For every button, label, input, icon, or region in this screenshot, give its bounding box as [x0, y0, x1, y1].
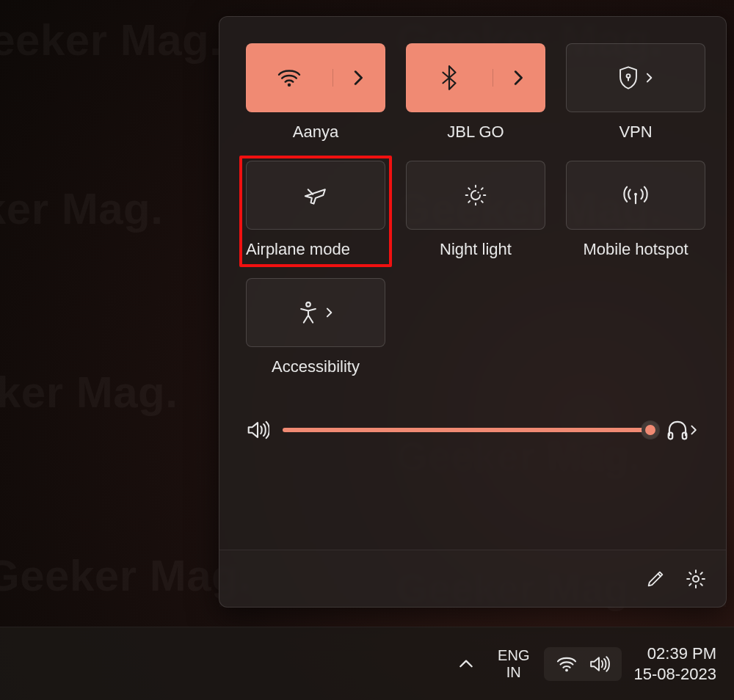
hotspot-label: Mobile hotspot: [583, 240, 688, 259]
quick-settings-panel: Aanya: [219, 16, 727, 608]
taskbar: ENG IN 02:39 PM 15-08-2023: [0, 627, 734, 700]
bluetooth-label: JBL GO: [447, 123, 504, 142]
mobile-hotspot-tile[interactable]: [566, 161, 705, 230]
chevron-right-icon: [689, 423, 700, 437]
svg-point-4: [306, 302, 310, 307]
wifi-expand[interactable]: [333, 69, 385, 87]
chevron-right-icon: [512, 69, 526, 87]
accessibility-label: Accessibility: [272, 357, 360, 376]
svg-rect-5: [669, 433, 673, 440]
chevron-right-icon: [352, 69, 366, 87]
wifi-tile[interactable]: [246, 43, 385, 112]
accessibility-tile[interactable]: [246, 278, 385, 347]
chevron-right-icon: [325, 306, 335, 319]
svg-rect-6: [683, 433, 687, 440]
bluetooth-expand[interactable]: [493, 69, 545, 87]
settings-button[interactable]: [685, 568, 707, 590]
bluetooth-icon: [440, 65, 458, 90]
svg-point-8: [566, 668, 569, 671]
bluetooth-toggle[interactable]: [407, 65, 493, 90]
chevron-up-icon: [458, 658, 474, 670]
edit-button[interactable]: [645, 569, 666, 589]
airplane-mode-tile[interactable]: [246, 161, 385, 230]
language-line1: ENG: [498, 647, 529, 664]
clock-time: 02:39 PM: [633, 644, 716, 664]
shield-lock-icon: [617, 65, 639, 90]
vpn-tile[interactable]: [566, 43, 705, 112]
volume-slider[interactable]: [283, 428, 653, 432]
headphones-icon: [666, 419, 689, 441]
svg-point-2: [477, 192, 479, 193]
wifi-icon: [556, 655, 578, 673]
watermark: Geeker Mag.: [0, 15, 222, 65]
system-tray-button[interactable]: [544, 647, 622, 681]
vpn-label: VPN: [619, 123, 652, 142]
watermark: Geeker Mag.: [0, 367, 178, 418]
hotspot-icon: [622, 184, 650, 206]
watermark: Geeker Mag.: [0, 550, 251, 601]
accessibility-icon: [297, 301, 319, 324]
bluetooth-tile[interactable]: [406, 43, 545, 112]
night-light-tile[interactable]: [406, 161, 545, 230]
svg-point-0: [288, 84, 291, 87]
airplane-label: Airplane mode: [246, 240, 385, 259]
highlight-airplane: Airplane mode: [239, 156, 392, 267]
svg-point-7: [693, 576, 699, 582]
speaker-icon: [588, 655, 610, 674]
language-button[interactable]: ENG IN: [487, 643, 539, 685]
airplane-icon: [302, 183, 329, 208]
volume-row: [246, 419, 700, 441]
quick-settings-footer: [219, 550, 726, 607]
wifi-label: Aanya: [293, 123, 338, 142]
night-light-label: Night light: [440, 240, 512, 259]
tray-overflow-button[interactable]: [449, 652, 483, 676]
clock-button[interactable]: 02:39 PM 15-08-2023: [626, 641, 724, 687]
audio-output-button[interactable]: [666, 419, 700, 441]
clock-date: 15-08-2023: [633, 664, 716, 685]
speaker-icon[interactable]: [246, 419, 269, 441]
wifi-toggle[interactable]: [247, 68, 333, 88]
volume-slider-thumb[interactable]: [642, 421, 659, 439]
night-light-icon: [463, 183, 488, 208]
chevron-right-icon: [645, 71, 655, 84]
wifi-icon: [277, 68, 302, 88]
language-line2: IN: [498, 664, 529, 681]
watermark: Geeker Mag.: [0, 183, 163, 234]
